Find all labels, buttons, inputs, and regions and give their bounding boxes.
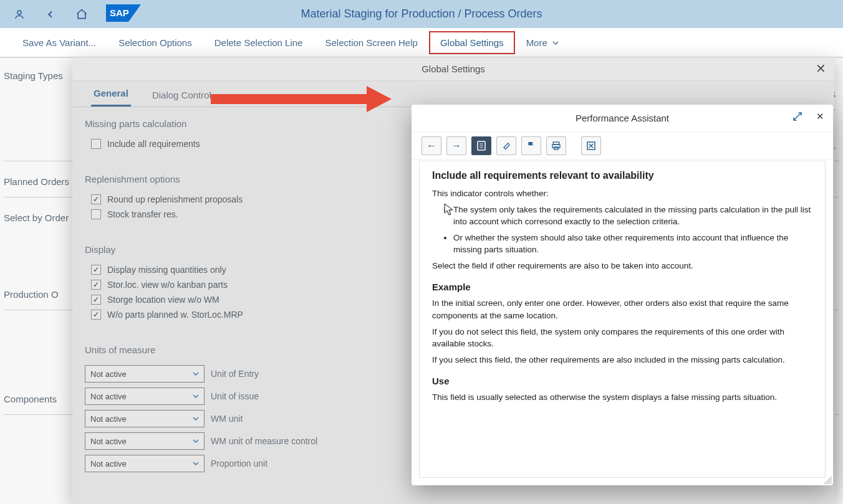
modal-close-icon[interactable]: ✕ [813, 61, 828, 76]
assist-intro: This indicator controls whether: [432, 188, 812, 200]
dropdown-unit-of-entry[interactable]: Not active [85, 365, 205, 383]
label-wm-uom-control: WM unit of measure control [211, 436, 317, 446]
dropdown-wm-unit[interactable]: Not active [85, 410, 205, 427]
svg-text:SAP: SAP [110, 7, 129, 18]
dropdown-proportion-unit[interactable]: Not active [85, 455, 205, 472]
menu-delete-selection[interactable]: Delete Selection Line [203, 31, 314, 54]
assist-p5: This field is usually selected as otherw… [432, 391, 812, 404]
assistant-toolbar: ← → [412, 132, 833, 159]
back-icon[interactable] [44, 7, 57, 21]
label-unit-of-entry: Unit of Entry [211, 369, 259, 379]
shell-bar: SAP Material Staging for Production / Pr… [0, 0, 843, 28]
expand-icon[interactable] [791, 110, 804, 123]
menu-more[interactable]: More [515, 31, 570, 54]
svg-point-0 [17, 11, 21, 14]
label-include-all: Include all requirements [107, 139, 200, 149]
assist-h2: Example [432, 282, 812, 292]
checkbox-stock-transfer[interactable] [91, 209, 101, 219]
toolbar-closebox-icon[interactable] [581, 136, 601, 155]
toolbar-flag-icon[interactable] [521, 136, 541, 155]
assist-h1: Include all requirements relevant to ava… [432, 170, 812, 181]
assist-bullet-2: Or whether the system should also take o… [453, 232, 812, 256]
tab-dialog-control[interactable]: Dialog Control [150, 83, 214, 107]
label-proportion-unit: Proportion unit [211, 459, 267, 468]
label-wo-parts: W/o parts planned w. StorLoc.MRP [107, 310, 243, 320]
assist-p1: Select the field if other requirements a… [432, 260, 812, 272]
menu-more-label: More [526, 37, 547, 48]
red-arrow-annotation [211, 86, 392, 115]
checkbox-storloc-wm[interactable] [91, 295, 101, 305]
label-storloc-wm: Storge location view w/o WM [107, 295, 219, 305]
assistant-header: Performance Assistant ✕ [412, 105, 833, 132]
sap-logo: SAP [106, 4, 141, 24]
menu-selection-options[interactable]: Selection Options [107, 31, 203, 54]
dropdown-wm-uom-control[interactable]: Not active [85, 432, 205, 450]
assist-p2: In the initial screen, only enter one or… [432, 297, 812, 321]
menu-save-variant[interactable]: Save As Variant... [11, 31, 107, 54]
label-storloc-kanban: Stor.loc. view w/o kanban parts [107, 280, 228, 290]
menu-selection-screen-help[interactable]: Selection Screen Help [314, 31, 428, 54]
checkbox-wo-parts[interactable] [91, 310, 101, 320]
assist-p3: If you do not select this field, the sys… [432, 326, 812, 350]
label-unit-of-issue: Unit of issue [211, 391, 259, 401]
label-stock-transfer: Stock transfer res. [107, 209, 178, 219]
modal-tabs: General Dialog Control [72, 81, 834, 107]
assist-p4: If you select this field, the other requ… [432, 354, 812, 366]
assistant-content: Include all requirements relevant to ava… [419, 161, 826, 478]
user-icon[interactable] [12, 7, 26, 21]
assistant-title: Performance Assistant [576, 113, 669, 123]
label-wm-unit: WM unit [211, 414, 243, 424]
home-icon[interactable] [75, 7, 89, 21]
toolbar-forward-icon[interactable]: → [446, 136, 466, 155]
resize-handle-icon[interactable] [824, 477, 832, 484]
svg-rect-3 [211, 94, 367, 104]
checkbox-missing-qty[interactable] [91, 265, 101, 275]
assist-bullet-1: The system only takes the requirements c… [453, 204, 812, 228]
dropdown-unit-of-issue[interactable]: Not active [85, 388, 205, 405]
checkbox-roundup[interactable] [91, 194, 101, 204]
label-missing-qty: Display missing quantities only [107, 265, 226, 275]
menu-bar: Save As Variant... Selection Options Del… [0, 28, 843, 58]
checkbox-include-all[interactable] [91, 139, 101, 149]
page-title: Material Staging for Production / Proces… [301, 7, 542, 21]
toolbar-print-icon[interactable] [546, 136, 566, 155]
assist-h3: Use [432, 376, 812, 386]
performance-assistant-popup: Performance Assistant ✕ ← → Include all … [412, 105, 833, 485]
toolbar-wrench-icon[interactable] [496, 136, 516, 155]
checkbox-storloc-kanban[interactable] [91, 280, 101, 290]
label-roundup: Round up replenishment proposals [107, 194, 243, 204]
modal-header: Global Settings ✕ [72, 57, 834, 81]
modal-title: Global Settings [422, 64, 485, 74]
svg-marker-4 [367, 86, 392, 112]
toolbar-back-icon[interactable]: ← [422, 136, 441, 155]
shell-left: SAP [12, 4, 141, 24]
toolbar-doc-icon[interactable] [471, 136, 491, 155]
menu-global-settings[interactable]: Global Settings [429, 31, 515, 54]
tab-general[interactable]: General [91, 82, 131, 107]
close-icon[interactable]: ✕ [813, 110, 827, 123]
